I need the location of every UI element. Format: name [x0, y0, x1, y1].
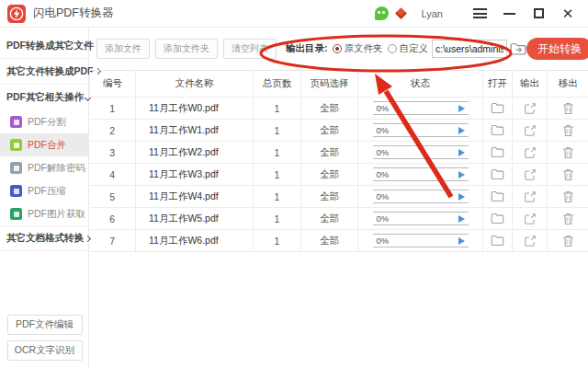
- radio-source-folder[interactable]: 原文件夹: [333, 42, 383, 55]
- folder-icon: [491, 235, 504, 247]
- start-convert-button[interactable]: 开始转换: [526, 38, 588, 60]
- column-header: 文件名称: [136, 71, 254, 98]
- sidebar-item[interactable]: PDF分割: [0, 110, 88, 133]
- folder-icon: [491, 102, 504, 114]
- file-action-button[interactable]: 清空列表: [223, 39, 277, 59]
- trash-icon: [562, 168, 574, 181]
- trash-icon: [562, 190, 574, 203]
- remove-file-button[interactable]: [562, 102, 574, 115]
- play-icon[interactable]: [458, 127, 465, 134]
- sidebar-footer-button[interactable]: PDF文件编辑: [7, 315, 83, 335]
- progress-value: 0%: [377, 191, 390, 201]
- file-action-button[interactable]: 添加文件夹: [155, 39, 218, 59]
- play-icon[interactable]: [458, 171, 465, 178]
- remove-file-button[interactable]: [562, 235, 574, 247]
- sidebar-section-pdf-to-other[interactable]: PDF转换成其它文件: [0, 33, 88, 59]
- sidebar-item[interactable]: PDF解除密码: [0, 156, 88, 179]
- page-range[interactable]: 全部: [301, 142, 358, 164]
- sidebar-item[interactable]: PDF合并: [0, 133, 88, 156]
- open-folder-button[interactable]: [491, 146, 504, 158]
- sidebar-section-other-formats[interactable]: 其它文档格式转换: [0, 225, 88, 251]
- row-index: 4: [90, 164, 136, 186]
- feature-icon: [10, 185, 22, 197]
- table-header-row: 编号文件名称总页数页码选择状态打开输出移出: [90, 71, 588, 98]
- progress-bar[interactable]: 0%: [373, 145, 469, 159]
- maximize-button[interactable]: [527, 4, 549, 24]
- titlebar: 闪电PDF转换器 Lyan ✕: [0, 0, 588, 28]
- play-icon[interactable]: [458, 237, 465, 245]
- file-name: 11月工作W1.pdf: [136, 120, 254, 142]
- page-range[interactable]: 全部: [301, 120, 358, 142]
- sidebar-footer: PDF文件编辑 OCR文字识别: [0, 315, 89, 361]
- close-button[interactable]: ✕: [557, 4, 579, 24]
- output-file-button[interactable]: [524, 190, 537, 203]
- sidebar-section-pdf-operations[interactable]: PDF其它相关操作: [0, 85, 88, 110]
- radio-selected-icon: [333, 44, 342, 53]
- sidebar-item-label: PDF解除密码: [28, 162, 85, 175]
- output-file-button[interactable]: [524, 235, 537, 247]
- trash-icon: [562, 146, 574, 159]
- page-range[interactable]: 全部: [301, 230, 358, 252]
- progress-bar[interactable]: 0%: [373, 123, 469, 137]
- sidebar-section-other-to-pdf[interactable]: 其它文件转换成PDF: [0, 59, 88, 85]
- progress-bar[interactable]: 0%: [373, 167, 469, 181]
- page-range[interactable]: 全部: [301, 186, 358, 208]
- section-label: PDF转换成其它文件: [6, 40, 94, 52]
- remove-file-button[interactable]: [562, 146, 574, 159]
- export-icon: [524, 146, 537, 159]
- hamburger-icon: [473, 6, 487, 21]
- file-name: 11月工作W2.pdf: [136, 142, 254, 164]
- open-folder-button[interactable]: [491, 213, 504, 224]
- app-window: 闪电PDF转换器 Lyan ✕ PDF转换成其它文件 其它文件转换成PDF: [0, 0, 588, 368]
- sidebar-footer-button[interactable]: OCR文字识别: [7, 340, 83, 361]
- vip-gem-icon[interactable]: [395, 7, 407, 19]
- page-range[interactable]: 全部: [301, 98, 358, 120]
- open-folder-button[interactable]: [491, 102, 504, 114]
- open-folder-button[interactable]: [491, 190, 504, 202]
- output-file-button[interactable]: [524, 102, 537, 115]
- play-icon[interactable]: [458, 193, 465, 201]
- wechat-icon[interactable]: [375, 6, 389, 20]
- output-path-input[interactable]: [432, 40, 507, 58]
- remove-file-button[interactable]: [562, 213, 574, 225]
- user-name[interactable]: Lyan: [422, 8, 443, 19]
- sidebar-items: PDF分割 PDF合并 PDF解除密码 PDF压缩: [0, 110, 88, 225]
- remove-file-button[interactable]: [562, 124, 574, 137]
- progress-bar[interactable]: 0%: [373, 190, 469, 203]
- page-range[interactable]: 全部: [301, 208, 358, 230]
- minimize-button[interactable]: [498, 4, 520, 24]
- output-file-button[interactable]: [524, 124, 537, 137]
- output-file-button[interactable]: [524, 168, 537, 181]
- menu-button[interactable]: [469, 4, 491, 24]
- export-icon: [524, 124, 537, 137]
- page-range[interactable]: 全部: [301, 164, 358, 186]
- progress-bar[interactable]: 0%: [373, 234, 469, 247]
- main-panel: 添加文件 添加文件夹 清空列表 输出目录: 原文件夹 自定义: [89, 28, 588, 368]
- progress-bar[interactable]: 0%: [373, 101, 469, 115]
- radio-custom-folder[interactable]: 自定义: [388, 42, 429, 55]
- open-folder-button[interactable]: [491, 168, 504, 180]
- play-icon[interactable]: [458, 149, 465, 156]
- table-row: 5 11月工作W4.pdf 1 全部 0%: [90, 186, 588, 208]
- open-folder-button[interactable]: [491, 124, 504, 136]
- file-name: 11月工作W6.pdf: [136, 230, 254, 252]
- folder-icon: [491, 168, 504, 180]
- output-file-button[interactable]: [524, 213, 537, 225]
- progress-value: 0%: [377, 169, 390, 179]
- file-action-button[interactable]: 添加文件: [96, 39, 150, 59]
- open-folder-button[interactable]: [491, 235, 504, 247]
- play-icon[interactable]: [458, 105, 465, 112]
- remove-file-button[interactable]: [562, 168, 574, 181]
- radio-label: 自定义: [400, 42, 429, 55]
- sidebar-item[interactable]: PDF压缩: [0, 179, 88, 202]
- play-icon[interactable]: [458, 215, 465, 223]
- row-index: 2: [90, 120, 136, 142]
- table-row: 7 11月工作W6.pdf 1 全部 0%: [90, 230, 588, 252]
- progress-bar[interactable]: 0%: [373, 212, 469, 225]
- progress-value: 0%: [377, 236, 390, 246]
- remove-file-button[interactable]: [562, 190, 574, 203]
- feature-icon: [10, 139, 22, 151]
- browse-folder-button[interactable]: [510, 42, 526, 55]
- sidebar-item[interactable]: PDF图片获取: [0, 202, 88, 225]
- output-file-button[interactable]: [524, 146, 537, 159]
